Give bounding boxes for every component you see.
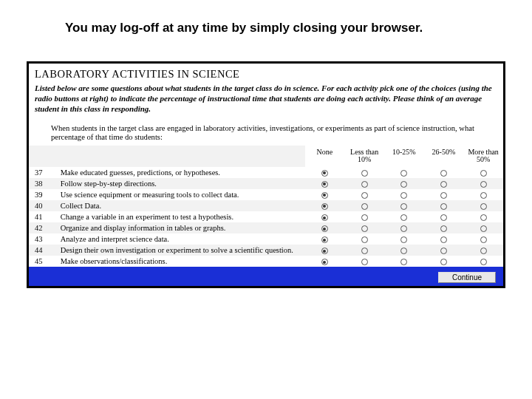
- option-cell: [463, 256, 503, 267]
- radio-button[interactable]: [361, 170, 368, 177]
- option-cell: [424, 200, 464, 211]
- row-activity: Make observations/classifications.: [58, 256, 305, 267]
- row-number: 37: [29, 167, 58, 178]
- radio-button[interactable]: [400, 259, 407, 265]
- radio-button[interactable]: [321, 259, 328, 265]
- radio-button[interactable]: [480, 192, 487, 199]
- survey-grid: None Less than 10% 10-25% 26-50% More th…: [29, 146, 503, 267]
- col-header-none: None: [305, 146, 345, 167]
- row-activity: Organize and display information in tabl…: [58, 222, 305, 233]
- option-cell: [384, 200, 424, 211]
- radio-button[interactable]: [361, 225, 368, 232]
- radio-button[interactable]: [321, 236, 328, 243]
- row-activity: Collect Data.: [58, 200, 305, 211]
- option-cell: [424, 189, 464, 200]
- radio-button[interactable]: [361, 248, 368, 254]
- table-row: 41Change a variable in an experiment to …: [29, 211, 503, 222]
- option-cell: [463, 189, 503, 200]
- radio-button[interactable]: [440, 259, 447, 265]
- option-cell: [305, 167, 345, 178]
- section-title: LABORATORY ACTIVITIES IN SCIENCE: [29, 64, 503, 83]
- row-activity: Make educated guesses, predictions, or h…: [58, 167, 305, 178]
- option-cell: [424, 167, 464, 178]
- radio-button[interactable]: [321, 181, 328, 188]
- option-cell: [424, 233, 464, 245]
- radio-button[interactable]: [440, 192, 447, 199]
- row-number: 40: [29, 200, 58, 211]
- option-cell: [384, 189, 424, 200]
- option-cell: [463, 233, 503, 245]
- radio-button[interactable]: [480, 203, 487, 210]
- option-cell: [463, 211, 503, 222]
- radio-button[interactable]: [440, 214, 447, 221]
- option-cell: [424, 211, 464, 222]
- radio-button[interactable]: [440, 170, 447, 177]
- option-cell: [305, 211, 345, 222]
- option-cell: [344, 211, 384, 222]
- radio-button[interactable]: [480, 225, 487, 232]
- option-cell: [305, 222, 345, 233]
- radio-button[interactable]: [480, 248, 487, 254]
- option-cell: [424, 178, 464, 189]
- table-row: 43Analyze and interpret science data.: [29, 233, 503, 245]
- row-activity: Follow step-by-step directions.: [58, 178, 305, 189]
- option-cell: [305, 245, 345, 256]
- option-cell: [463, 178, 503, 189]
- option-cell: [305, 256, 345, 267]
- radio-button[interactable]: [321, 225, 328, 232]
- radio-button[interactable]: [400, 203, 407, 210]
- logoff-banner: You may log-off at any time by simply cl…: [0, 0, 532, 35]
- radio-button[interactable]: [440, 181, 447, 188]
- prompt-text: When students in the target class are en…: [29, 118, 503, 145]
- radio-button[interactable]: [480, 214, 487, 221]
- radio-button[interactable]: [400, 214, 407, 221]
- table-row: 45Make observations/classifications.: [29, 256, 503, 267]
- footer-bar: Continue: [29, 267, 503, 286]
- radio-button[interactable]: [400, 225, 407, 232]
- row-number: 42: [29, 222, 58, 233]
- radio-button[interactable]: [361, 236, 368, 243]
- header-spacer: [29, 146, 58, 167]
- option-cell: [344, 233, 384, 245]
- option-cell: [384, 211, 424, 222]
- radio-button[interactable]: [361, 203, 368, 210]
- row-number: 39: [29, 189, 58, 200]
- option-cell: [344, 222, 384, 233]
- radio-button[interactable]: [321, 214, 328, 221]
- radio-button[interactable]: [361, 259, 368, 265]
- continue-button[interactable]: Continue: [438, 272, 496, 283]
- option-cell: [463, 167, 503, 178]
- option-cell: [344, 200, 384, 211]
- radio-button[interactable]: [361, 214, 368, 221]
- radio-button[interactable]: [400, 181, 407, 188]
- radio-button[interactable]: [361, 181, 368, 188]
- radio-button[interactable]: [321, 192, 328, 199]
- radio-button[interactable]: [321, 170, 328, 177]
- table-row: 44Design their own investigation or expe…: [29, 245, 503, 256]
- radio-button[interactable]: [400, 236, 407, 243]
- radio-button[interactable]: [400, 170, 407, 177]
- radio-button[interactable]: [480, 259, 487, 265]
- option-cell: [384, 245, 424, 256]
- radio-button[interactable]: [361, 192, 368, 199]
- radio-button[interactable]: [480, 181, 487, 188]
- option-cell: [344, 189, 384, 200]
- radio-button[interactable]: [480, 170, 487, 177]
- row-activity: Use science equipment or measuring tools…: [58, 189, 305, 200]
- radio-button[interactable]: [440, 225, 447, 232]
- radio-button[interactable]: [440, 236, 447, 243]
- radio-button[interactable]: [400, 192, 407, 199]
- radio-button[interactable]: [440, 248, 447, 254]
- radio-button[interactable]: [321, 248, 328, 254]
- radio-button[interactable]: [440, 203, 447, 210]
- option-cell: [344, 178, 384, 189]
- row-number: 45: [29, 256, 58, 267]
- radio-button[interactable]: [400, 248, 407, 254]
- option-cell: [384, 233, 424, 245]
- table-row: 42Organize and display information in ta…: [29, 222, 503, 233]
- radio-button[interactable]: [321, 203, 328, 210]
- option-cell: [384, 256, 424, 267]
- option-cell: [424, 256, 464, 267]
- option-cell: [384, 178, 424, 189]
- radio-button[interactable]: [480, 236, 487, 243]
